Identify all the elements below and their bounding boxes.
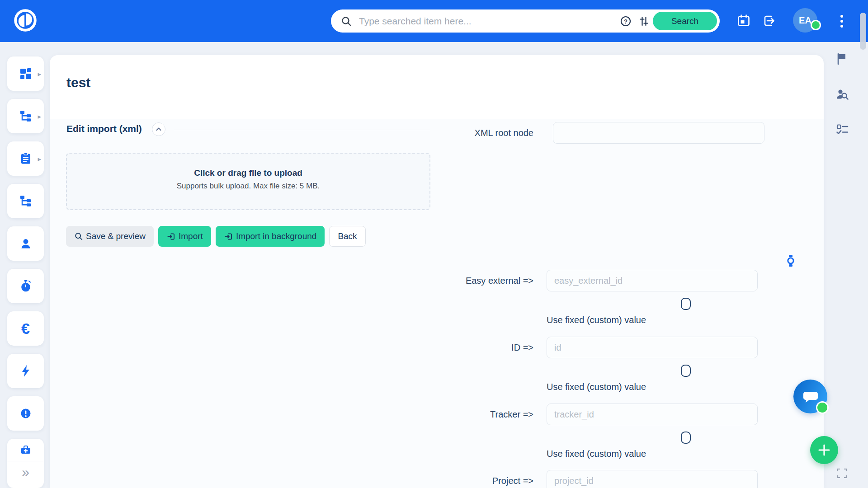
global-search-bar: ? Search: [331, 9, 720, 33]
xml-root-input[interactable]: [553, 122, 764, 144]
section-divider: [174, 130, 430, 130]
kebab-menu-icon[interactable]: [837, 11, 847, 32]
use-fixed-label: Use fixed (custom) value: [547, 449, 646, 459]
mapping-row-tracker: Tracker => Use fixed (custom) value: [50, 404, 824, 470]
sidebar-footer: »: [7, 439, 44, 488]
sidebar-item-toolbox[interactable]: [19, 443, 33, 458]
stopwatch-icon: [19, 279, 33, 293]
chevron-right-icon: ▸: [38, 155, 41, 162]
tree-icon: [19, 109, 33, 123]
person-search-icon[interactable]: [835, 88, 849, 101]
calendar-icon[interactable]: [736, 13, 751, 28]
online-status-dot: [811, 20, 821, 30]
action-buttons: Save & preview Import Import in backgrou…: [66, 226, 366, 247]
import-icon: [224, 232, 233, 241]
add-button[interactable]: [810, 436, 838, 464]
save-preview-button[interactable]: Save & preview: [66, 226, 154, 247]
sidebar-item-users[interactable]: [7, 226, 44, 261]
fullscreen-icon[interactable]: [837, 468, 847, 479]
sidebar-item-dashboard[interactable]: ▸: [7, 56, 44, 91]
tracker-input[interactable]: [547, 404, 758, 425]
field-label: Easy external =>: [420, 270, 533, 291]
sidebar-item-finance[interactable]: €: [7, 311, 44, 346]
scrollbar-thumb[interactable]: [860, 13, 866, 50]
file-upload-dropzone[interactable]: Click or drag file to upload Supports bu…: [66, 153, 430, 210]
lightning-icon: [19, 364, 33, 378]
clipboard-icon: [19, 152, 33, 165]
flag-icon[interactable]: [835, 52, 849, 66]
import-icon: [166, 232, 176, 241]
sidebar-item-quick-actions[interactable]: [7, 354, 44, 388]
upload-title: Click or drag file to upload: [67, 168, 429, 178]
logout-icon[interactable]: [761, 13, 777, 28]
sidebar-item-alerts[interactable]: [7, 396, 44, 431]
sidebar-item-projects-tree[interactable]: ▸: [7, 99, 44, 133]
person-icon: [19, 237, 33, 250]
mapping-row-easy-external: Easy external => Use fixed (custom) valu…: [50, 270, 824, 336]
use-fixed-label: Use fixed (custom) value: [547, 315, 646, 325]
sidebar-item-structure[interactable]: [7, 184, 44, 218]
search-input[interactable]: [358, 15, 617, 27]
import-in-background-button[interactable]: Import in background: [216, 226, 325, 247]
use-fixed-checkbox[interactable]: [681, 365, 691, 377]
mapping-row-id: ID => Use fixed (custom) value: [50, 337, 824, 403]
collapse-section-button[interactable]: [152, 122, 165, 136]
plus-icon: [817, 443, 831, 457]
app-logo[interactable]: [14, 9, 37, 32]
field-label: Project =>: [420, 470, 533, 488]
search-button[interactable]: Search: [653, 12, 717, 30]
main-panel: test Edit import (xml) Click or drag fil…: [50, 55, 824, 488]
easy-logo-icon: [14, 9, 37, 32]
sidebar-expand-button[interactable]: »: [7, 464, 44, 480]
project-input[interactable]: [547, 470, 758, 488]
help-icon[interactable]: ?: [617, 12, 635, 30]
sidebar-item-tasks[interactable]: ▸: [7, 141, 44, 176]
chat-online-dot: [816, 401, 829, 414]
upload-subtitle: Supports bulk upload. Max file size: 5 M…: [67, 182, 429, 191]
page-title: test: [66, 75, 90, 90]
xml-root-label: XML root node: [420, 122, 533, 144]
chevron-up-icon: [155, 126, 162, 133]
watch-icon[interactable]: [786, 254, 795, 269]
easy-external-input[interactable]: [547, 270, 758, 291]
sidebar-item-time-tracking[interactable]: [7, 269, 44, 303]
chevron-right-icon: ▸: [38, 113, 41, 120]
svg-text:?: ?: [624, 18, 627, 24]
top-bar: ? Search EA: [0, 0, 868, 42]
chat-bubble-icon: [802, 389, 819, 404]
field-label: ID =>: [420, 337, 533, 358]
search-icon: [340, 12, 353, 30]
toolbox-icon: [19, 443, 33, 456]
use-fixed-checkbox[interactable]: [681, 298, 691, 310]
checklist-icon[interactable]: [835, 123, 849, 136]
chevron-right-icon: ▸: [38, 70, 41, 77]
alert-icon: [19, 407, 33, 420]
euro-icon: €: [21, 321, 30, 336]
section-heading: Edit import (xml): [66, 123, 142, 134]
tree-icon: [19, 194, 33, 208]
use-fixed-label: Use fixed (custom) value: [547, 382, 646, 392]
app-window: ? Search EA ▸: [0, 0, 868, 488]
back-button[interactable]: Back: [329, 226, 365, 247]
use-fixed-checkbox[interactable]: [681, 432, 691, 444]
dashboard-icon: [19, 67, 33, 80]
search-icon: [74, 232, 83, 241]
mapping-row-project: Project =>: [50, 470, 824, 488]
import-button[interactable]: Import: [158, 226, 211, 247]
field-label: Tracker =>: [420, 404, 533, 425]
id-input[interactable]: [547, 337, 758, 358]
filter-icon[interactable]: [635, 12, 653, 30]
